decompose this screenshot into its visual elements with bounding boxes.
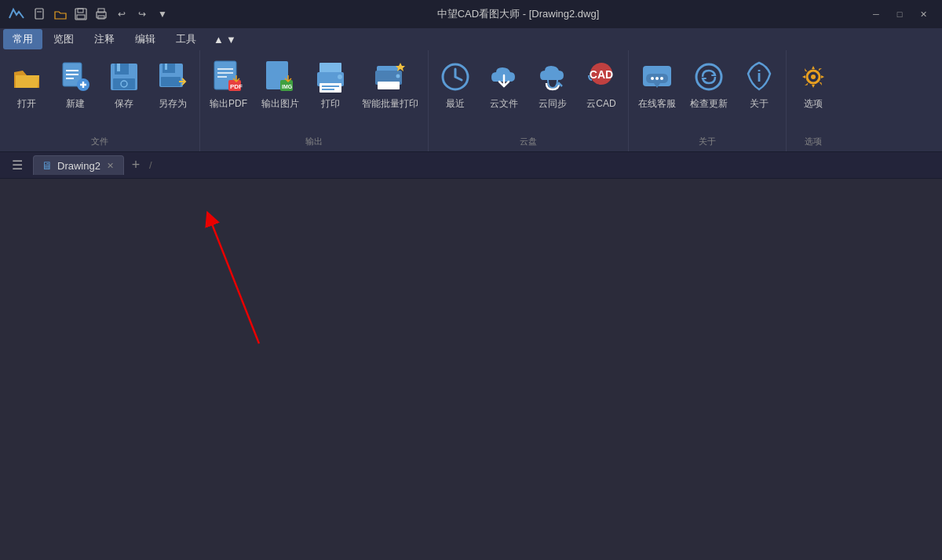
hamburger-menu-button[interactable]: ☰ [6,155,28,176]
svg-rect-22 [162,64,175,73]
svg-point-49 [651,77,654,80]
window-controls: ─ □ ✕ [865,5,934,24]
output-group-label: 输出 [203,133,425,151]
saveas-label: 另存为 [159,97,187,111]
tab-slash: / [149,159,152,171]
new-file-qa-btn[interactable] [31,5,49,23]
menu-item-view[interactable]: 览图 [44,29,83,49]
options-group-label: 选项 [790,133,837,151]
ribbon-group-output-buttons: PDF 输出PDF IMG 输出图片 [203,55,425,133]
new-label: 新建 [66,97,85,111]
maximize-button[interactable]: □ [889,5,911,24]
saveas-icon [155,60,190,94]
ribbon-group-about-buttons: 在线客服 检查更新 [632,55,783,133]
export-img-label: 输出图片 [261,97,299,111]
undo-qa-btn[interactable]: ↩ [113,5,130,23]
svg-rect-4 [77,15,85,19]
svg-point-55 [811,75,816,79]
check-update-button[interactable]: 检查更新 [684,55,734,114]
export-pdf-icon: PDF [211,60,246,94]
options-label: 选项 [804,97,823,111]
canvas-area [0,179,942,560]
minimize-button[interactable]: ─ [865,5,887,24]
tab-bar: ☰ 🖥 Drawing2 ✕ + / [0,152,942,179]
menu-item-common[interactable]: 常用 [3,29,42,49]
window-title: 中望CAD看图大师 - [Drawing2.dwg] [177,7,859,21]
cloud-cad-icon: CAD [584,60,619,94]
svg-line-56 [210,218,259,344]
print-button[interactable]: 打印 [307,55,354,114]
about-icon: i [742,60,776,94]
menu-dropdown-btn[interactable]: ▲▼ [207,31,243,49]
title-bar: ↩ ↪ ▼ 中望CAD看图大师 - [Drawing2.dwg] ─ □ ✕ [0,0,942,28]
svg-point-51 [660,77,663,80]
svg-text:IMG: IMG [282,84,293,89]
svg-rect-37 [319,83,341,93]
batch-print-label: 智能批量打印 [362,97,418,111]
close-button[interactable]: ✕ [912,5,934,24]
open-button[interactable]: 打开 [3,55,50,114]
ribbon-group-cloud: 最近 云文件 [429,50,629,151]
recent-icon [438,60,473,94]
cloud-cad-button[interactable]: CAD 云CAD [578,55,625,114]
svg-text:PDF: PDF [230,83,243,90]
save-file-qa-btn[interactable] [72,5,89,23]
options-button[interactable]: 选项 [790,55,837,114]
svg-text:CAD: CAD [590,68,613,81]
batch-print-button[interactable]: 智能批量打印 [356,55,425,114]
svg-rect-18 [117,64,120,71]
recent-label: 最近 [446,97,465,111]
tab-close-button[interactable]: ✕ [105,161,115,171]
ribbon-group-options: 选项 选项 [787,50,840,151]
ribbon-group-file-buttons: 打开 新建 [3,55,196,133]
open-label: 打开 [17,97,36,111]
cloud-file-label: 云文件 [490,97,518,111]
cloud-sync-icon [535,60,570,94]
cloud-file-icon [487,60,521,94]
cloud-cad-label: 云CAD [586,97,615,111]
svg-point-50 [655,77,659,80]
batch-print-icon [373,60,407,94]
online-service-button[interactable]: 在线客服 [632,55,682,114]
svg-rect-0 [35,9,43,19]
ribbon-group-output: PDF 输出PDF IMG 输出图片 [200,50,429,151]
print-qa-btn[interactable] [93,5,110,23]
check-update-icon [692,60,726,94]
export-pdf-button[interactable]: PDF 输出PDF [203,55,254,114]
redo-qa-btn[interactable]: ↪ [133,5,151,23]
save-icon [107,60,141,94]
file-group-label: 文件 [3,133,196,151]
open-file-qa-btn[interactable] [52,5,69,23]
svg-rect-43 [378,82,400,89]
about-button[interactable]: i 关于 [736,55,783,114]
cloud-sync-button[interactable]: 云同步 [529,55,576,114]
new-tab-button[interactable]: + [126,155,146,176]
menu-item-annotation[interactable]: 注释 [85,29,124,49]
menu-bar: 常用 览图 注释 编辑 工具 ▲▼ [0,28,942,50]
menu-item-edit[interactable]: 编辑 [126,29,165,49]
dropdown-qa-btn[interactable]: ▼ [154,5,171,23]
online-service-label: 在线客服 [638,97,676,111]
svg-rect-3 [78,9,83,13]
print-icon [313,60,348,94]
print-label: 打印 [321,97,340,111]
svg-rect-19 [113,78,135,89]
about-group-label: 关于 [632,133,783,151]
svg-rect-17 [115,64,129,75]
new-icon [58,60,93,94]
export-img-button[interactable]: IMG 输出图片 [255,55,305,114]
app-icon [8,5,25,23]
check-update-label: 检查更新 [690,97,728,111]
cloud-file-button[interactable]: 云文件 [480,55,528,114]
open-icon [9,60,44,94]
menu-item-tools[interactable]: 工具 [166,29,206,49]
saveas-button[interactable]: 另存为 [149,55,196,114]
new-button[interactable]: 新建 [52,55,99,114]
quick-access-toolbar: ↩ ↪ ▼ [31,5,171,23]
about-label: 关于 [750,97,769,111]
recent-button[interactable]: 最近 [432,55,479,114]
drawing2-tab[interactable]: 🖥 Drawing2 ✕ [33,155,124,175]
save-button[interactable]: 保存 [100,55,148,114]
ribbon-group-about: 在线客服 检查更新 [629,50,787,151]
svg-point-38 [338,75,342,79]
